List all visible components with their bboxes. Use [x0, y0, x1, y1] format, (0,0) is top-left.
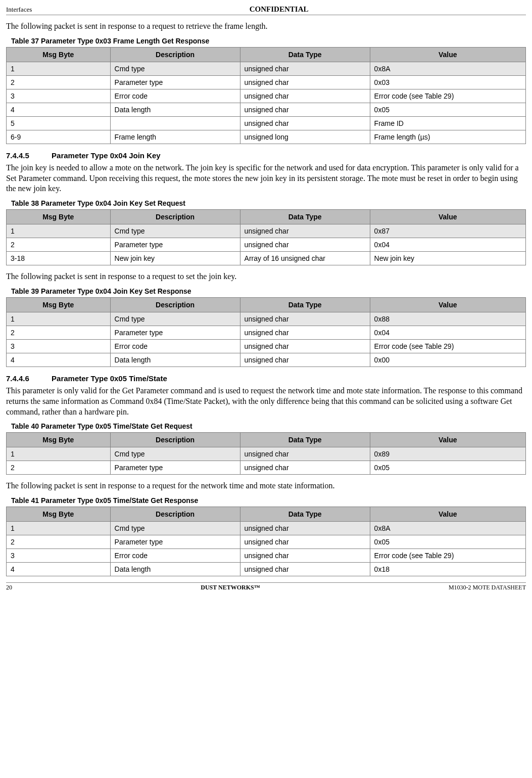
- cell: 0x05: [370, 103, 525, 116]
- table-41: Msg Byte Description Data Type Value 1 C…: [6, 507, 526, 576]
- cell: unsigned char: [240, 353, 370, 367]
- page-footer: 20 DUST NETWORKS™ M1030-2 MOTE DATASHEET: [6, 582, 526, 591]
- cell: unsigned char: [240, 62, 370, 75]
- cell: 0x05: [370, 461, 525, 475]
- table-row: 3 Error code unsigned char Error code (s…: [7, 339, 526, 353]
- cell: 1: [7, 447, 111, 461]
- section-title: Parameter Type 0x04 Join Key: [52, 151, 161, 160]
- cell: Frame length (µs): [370, 130, 525, 144]
- th-value: Value: [370, 47, 525, 62]
- cell: [110, 116, 240, 130]
- footer-right: M1030-2 MOTE DATASHEET: [449, 584, 526, 591]
- cell: 2: [7, 75, 111, 89]
- section-7-4-4-5-text: The join key is needed to allow a mote o…: [6, 163, 526, 194]
- cell: unsigned char: [240, 447, 370, 461]
- table-row: 4 Data length unsigned char 0x05: [7, 103, 526, 116]
- table-row: 1 Cmd type unsigned char 0x89: [7, 447, 526, 461]
- table-40-caption: Table 40 Parameter Type 0x05 Time/State …: [11, 422, 526, 430]
- cell: 5: [7, 116, 111, 130]
- cell: unsigned char: [240, 563, 370, 576]
- th-datatype: Data Type: [240, 47, 370, 62]
- th-desc: Description: [110, 507, 240, 522]
- cell: Frame length: [110, 130, 240, 144]
- th-datatype: Data Type: [240, 297, 370, 312]
- table-37: Msg Byte Description Data Type Value 1 C…: [6, 47, 526, 144]
- cell: 0x18: [370, 563, 525, 576]
- th-msgbyte: Msg Byte: [7, 507, 111, 522]
- th-value: Value: [370, 297, 525, 312]
- table-row: 5 unsigned char Frame ID: [7, 116, 526, 130]
- cell: 2: [7, 535, 111, 549]
- table-row: 1 Cmd type unsigned char 0x8A: [7, 62, 526, 75]
- cell: 2: [7, 461, 111, 475]
- cell: 0x04: [370, 238, 525, 252]
- table-row: 2 Parameter type unsigned char 0x05: [7, 461, 526, 475]
- cell: 3-18: [7, 252, 111, 265]
- cell: unsigned char: [240, 312, 370, 326]
- cell: Error code: [110, 89, 240, 103]
- section-number: 7.4.4.6: [6, 374, 29, 383]
- cell: Error code (see Table 29): [370, 89, 525, 103]
- table-row: 1 Cmd type unsigned char 0x87: [7, 224, 526, 238]
- cell: 1: [7, 522, 111, 535]
- table-row: 6-9 Frame length unsigned long Frame len…: [7, 130, 526, 144]
- cell: Cmd type: [110, 447, 240, 461]
- cell: 2: [7, 326, 111, 339]
- table-row: 4 Data length unsigned char 0x18: [7, 563, 526, 576]
- th-desc: Description: [110, 433, 240, 447]
- th-value: Value: [370, 433, 525, 447]
- cell: unsigned char: [240, 522, 370, 535]
- cell: Parameter type: [110, 326, 240, 339]
- cell: 0x8A: [370, 522, 525, 535]
- table-row: 2 Parameter type unsigned char 0x05: [7, 535, 526, 549]
- cell: 0x89: [370, 447, 525, 461]
- cell: Cmd type: [110, 312, 240, 326]
- cell: New join key: [370, 252, 525, 265]
- table-row: 3 Error code unsigned char Error code (s…: [7, 89, 526, 103]
- cell: 1: [7, 312, 111, 326]
- cell: 0x05: [370, 535, 525, 549]
- cell: Parameter type: [110, 238, 240, 252]
- header-center: CONFIDENTIAL: [250, 5, 309, 14]
- table-41-caption: Table 41 Parameter Type 0x05 Time/State …: [11, 496, 526, 505]
- th-datatype: Data Type: [240, 507, 370, 522]
- intro-text-37: The following packet is sent in response…: [6, 21, 526, 32]
- cell: Cmd type: [110, 62, 240, 75]
- footer-center: DUST NETWORKS™: [201, 584, 260, 591]
- footer-page-number: 20: [6, 584, 12, 591]
- cell: Parameter type: [110, 461, 240, 475]
- cell: 3: [7, 89, 111, 103]
- cell: unsigned char: [240, 326, 370, 339]
- cell: unsigned char: [240, 224, 370, 238]
- page-header: Interfaces CONFIDENTIAL: [6, 5, 526, 15]
- cell: 0x04: [370, 326, 525, 339]
- th-msgbyte: Msg Byte: [7, 47, 111, 62]
- th-desc: Description: [110, 297, 240, 312]
- cell: Parameter type: [110, 535, 240, 549]
- cell: unsigned char: [240, 461, 370, 475]
- section-7-4-4-6: 7.4.4.6 Parameter Type 0x05 Time/State: [6, 374, 526, 383]
- table-row: 2 Parameter type unsigned char 0x04: [7, 326, 526, 339]
- th-msgbyte: Msg Byte: [7, 297, 111, 312]
- th-msgbyte: Msg Byte: [7, 433, 111, 447]
- cell: Array of 16 unsigned char: [240, 252, 370, 265]
- cell: unsigned char: [240, 75, 370, 89]
- cell: 2: [7, 238, 111, 252]
- th-value: Value: [370, 507, 525, 522]
- cell: 4: [7, 353, 111, 367]
- table-38: Msg Byte Description Data Type Value 1 C…: [6, 209, 526, 265]
- th-datatype: Data Type: [240, 433, 370, 447]
- cell: Error code: [110, 549, 240, 563]
- table-row: 3 Error code unsigned char Error code (s…: [7, 549, 526, 563]
- th-datatype: Data Type: [240, 210, 370, 224]
- section-title: Parameter Type 0x05 Time/State: [52, 374, 167, 383]
- table-39-caption: Table 39 Parameter Type 0x04 Join Key Se…: [11, 287, 526, 295]
- section-number: 7.4.4.5: [6, 151, 29, 160]
- cell: unsigned char: [240, 535, 370, 549]
- cell: Error code (see Table 29): [370, 549, 525, 563]
- table-row: 2 Parameter type unsigned char 0x03: [7, 75, 526, 89]
- cell: 4: [7, 563, 111, 576]
- table-40: Msg Byte Description Data Type Value 1 C…: [6, 432, 526, 475]
- cell: 0x87: [370, 224, 525, 238]
- table-row: 3-18 New join key Array of 16 unsigned c…: [7, 252, 526, 265]
